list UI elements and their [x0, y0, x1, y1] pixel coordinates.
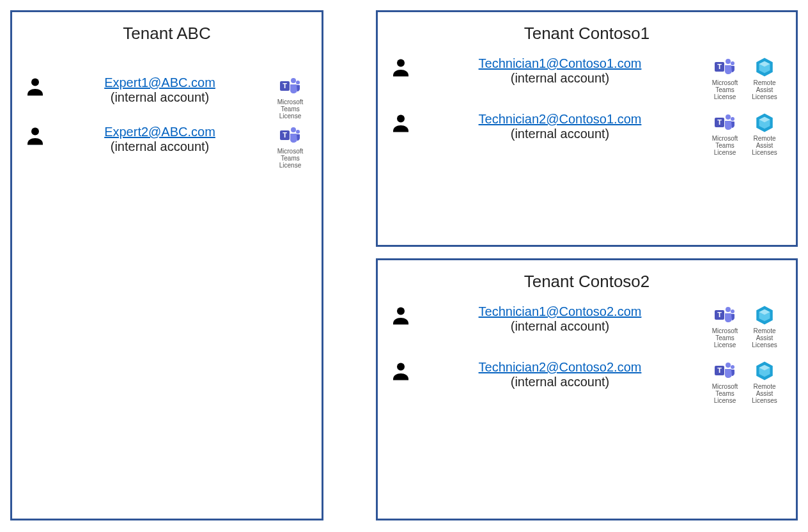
user-email-link[interactable]: Technician1@Contoso2.com	[419, 304, 701, 319]
remote-assist-license-label: Remote Assist Licenses	[745, 327, 784, 348]
user-icon	[389, 360, 415, 383]
user-row: Technician2@Contoso2.com (internal accou…	[389, 360, 784, 404]
license-stack: T Microsoft Teams License	[270, 75, 310, 120]
teams-license-label: Microsoft Teams License	[705, 79, 745, 100]
user-note: (internal account)	[511, 319, 610, 333]
svg-point-0	[31, 79, 39, 86]
teams-icon: T	[270, 125, 310, 146]
teams-icon: T	[705, 56, 745, 78]
teams-license: T Microsoft Teams License	[705, 56, 745, 100]
user-icon	[389, 304, 415, 327]
remote-assist-icon	[745, 112, 784, 134]
tenant-box-abc: Tenant ABC Expert1@ABC.com (internal acc…	[10, 10, 323, 520]
tenant-title: Tenant Contoso1	[378, 24, 796, 43]
svg-point-22	[731, 117, 734, 121]
teams-icon: T	[705, 304, 745, 326]
teams-license-label: Microsoft Teams License	[705, 383, 745, 404]
user-text: Technician1@Contoso2.com (internal accou…	[419, 304, 701, 334]
teams-license-label: Microsoft Teams License	[705, 327, 745, 348]
remote-assist-icon	[745, 304, 784, 326]
teams-icon: T	[705, 360, 745, 382]
user-note: (internal account)	[511, 375, 610, 389]
teams-license-label: Microsoft Teams License	[270, 148, 310, 169]
svg-point-38	[731, 365, 734, 369]
svg-text:T: T	[717, 63, 722, 70]
user-text: Expert2@ABC.com (internal account)	[53, 125, 267, 154]
svg-point-9	[296, 130, 300, 134]
user-email-link[interactable]: Expert2@ABC.com	[53, 125, 267, 139]
user-text: Technician1@Contoso1.com (internal accou…	[419, 56, 701, 86]
user-icon	[24, 75, 49, 98]
svg-text:T: T	[283, 82, 287, 90]
license-stack: T Microsoft Teams License	[705, 112, 784, 156]
tenant-title: Tenant ABC	[12, 24, 322, 43]
tenant-box-contoso2: Tenant Contoso2 Technician1@Contoso2.com…	[376, 258, 798, 520]
user-row: Technician1@Contoso1.com (internal accou…	[389, 56, 784, 100]
remote-assist-license-label: Remote Assist Licenses	[745, 383, 784, 404]
user-icon	[24, 125, 49, 148]
user-text: Technician2@Contoso2.com (internal accou…	[419, 360, 701, 389]
user-text: Expert1@ABC.com (internal account)	[53, 75, 267, 105]
user-email-link[interactable]: Technician2@Contoso2.com	[419, 360, 701, 375]
remote-assist-license: Remote Assist Licenses	[745, 112, 784, 156]
teams-icon: T	[705, 112, 745, 134]
teams-license: T Microsoft Teams License	[270, 75, 310, 120]
svg-text:T: T	[717, 311, 722, 318]
svg-point-13	[726, 59, 731, 64]
svg-point-30	[731, 309, 734, 313]
svg-point-18	[397, 115, 405, 123]
remote-assist-license-label: Remote Assist Licenses	[745, 135, 784, 156]
user-note: (internal account)	[111, 90, 210, 104]
svg-point-10	[397, 59, 405, 67]
remote-assist-icon	[745, 360, 784, 382]
svg-point-21	[726, 114, 731, 120]
user-row: Expert2@ABC.com (internal account) T Mic…	[24, 125, 310, 169]
user-email-link[interactable]: Technician2@Contoso1.com	[419, 112, 701, 127]
license-stack: T Microsoft Teams License	[270, 125, 310, 169]
user-row: Technician1@Contoso2.com (internal accou…	[389, 304, 784, 348]
user-note: (internal account)	[511, 71, 610, 85]
teams-license: T Microsoft Teams License	[705, 304, 745, 348]
remote-assist-license: Remote Assist Licenses	[745, 56, 784, 100]
license-stack: T Microsoft Teams License	[705, 56, 784, 100]
license-stack: T Microsoft Teams License	[705, 360, 784, 404]
remote-assist-license: Remote Assist Licenses	[745, 360, 784, 404]
svg-text:T: T	[717, 118, 722, 126]
svg-text:T: T	[283, 131, 287, 139]
svg-point-26	[397, 308, 405, 315]
teams-license-label: Microsoft Teams License	[270, 98, 310, 120]
teams-icon: T	[270, 75, 310, 97]
user-email-link[interactable]: Expert1@ABC.com	[53, 75, 267, 90]
user-text: Technician2@Contoso1.com (internal accou…	[419, 112, 701, 141]
svg-point-5	[31, 128, 39, 136]
teams-license: T Microsoft Teams License	[705, 360, 745, 404]
svg-point-34	[397, 363, 405, 371]
remote-assist-license: Remote Assist Licenses	[745, 304, 784, 348]
svg-text:T: T	[717, 366, 722, 374]
teams-license: T Microsoft Teams License	[705, 112, 745, 156]
svg-point-37	[726, 363, 731, 368]
user-icon	[389, 112, 415, 135]
user-row: Expert1@ABC.com (internal account) T Mic…	[24, 75, 310, 120]
tenant-title: Tenant Contoso2	[378, 272, 796, 292]
svg-point-14	[731, 61, 734, 65]
user-icon	[389, 56, 415, 79]
svg-point-8	[291, 127, 296, 132]
license-stack: T Microsoft Teams License	[705, 304, 784, 348]
teams-license: T Microsoft Teams License	[270, 125, 310, 169]
user-row: Technician2@Contoso1.com (internal accou…	[389, 112, 784, 156]
svg-point-3	[291, 78, 296, 83]
svg-point-4	[296, 81, 300, 84]
teams-license-label: Microsoft Teams License	[705, 135, 745, 156]
remote-assist-license-label: Remote Assist Licenses	[745, 79, 784, 100]
svg-point-29	[726, 307, 731, 312]
tenant-box-contoso1: Tenant Contoso1 Technician1@Contoso1.com…	[376, 10, 798, 247]
user-note: (internal account)	[111, 139, 210, 153]
user-email-link[interactable]: Technician1@Contoso1.com	[419, 56, 701, 71]
user-note: (internal account)	[511, 127, 610, 141]
remote-assist-icon	[745, 56, 784, 78]
